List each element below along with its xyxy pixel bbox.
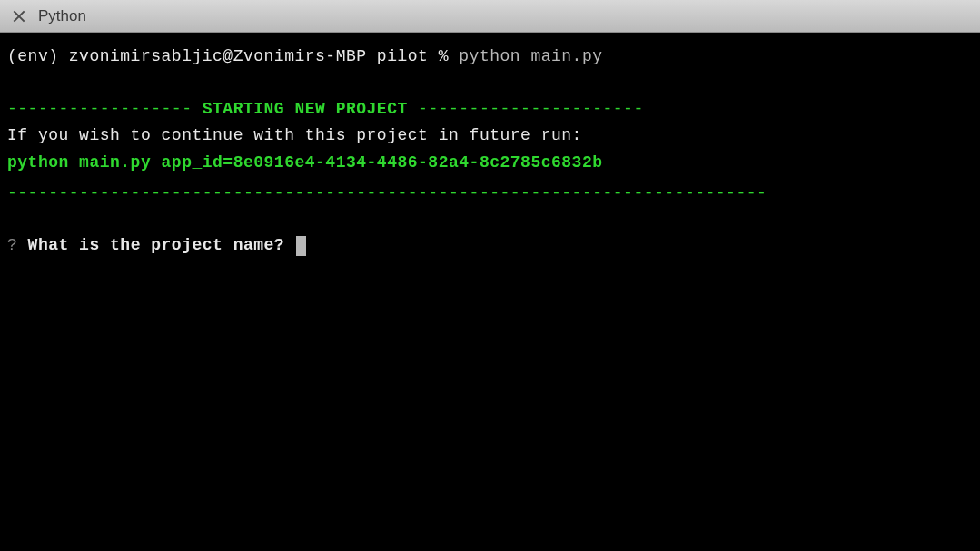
divider-bottom: ----------------------------------------… <box>7 181 973 208</box>
close-icon[interactable] <box>13 10 25 23</box>
divider-right: ---------------------- <box>408 100 644 118</box>
window-title: Python <box>38 7 86 25</box>
heading-line: ------------------ STARTING NEW PROJECT … <box>7 96 973 123</box>
blank-line <box>7 207 973 232</box>
divider-left: ------------------ <box>7 100 203 118</box>
blank-line <box>7 71 973 96</box>
question-text: What is the project name? <box>17 236 294 254</box>
shell-prompt: (env) zvonimirsabljic@Zvonimirs-MBP pilo… <box>7 47 459 65</box>
text-cursor[interactable] <box>296 236 306 256</box>
question-mark: ? <box>7 236 17 254</box>
continue-command: python main.py app_id=8e0916e4-4134-4486… <box>7 150 973 177</box>
heading-text: STARTING NEW PROJECT <box>203 100 408 118</box>
continue-message: If you wish to continue with this projec… <box>7 123 973 150</box>
entered-command: python main.py <box>459 47 602 65</box>
terminal-area[interactable]: (env) zvonimirsabljic@Zvonimirs-MBP pilo… <box>0 33 980 271</box>
titlebar: Python <box>0 0 980 33</box>
question-line: ? What is the project name? <box>7 232 973 260</box>
prompt-line: (env) zvonimirsabljic@Zvonimirs-MBP pilo… <box>7 44 973 71</box>
